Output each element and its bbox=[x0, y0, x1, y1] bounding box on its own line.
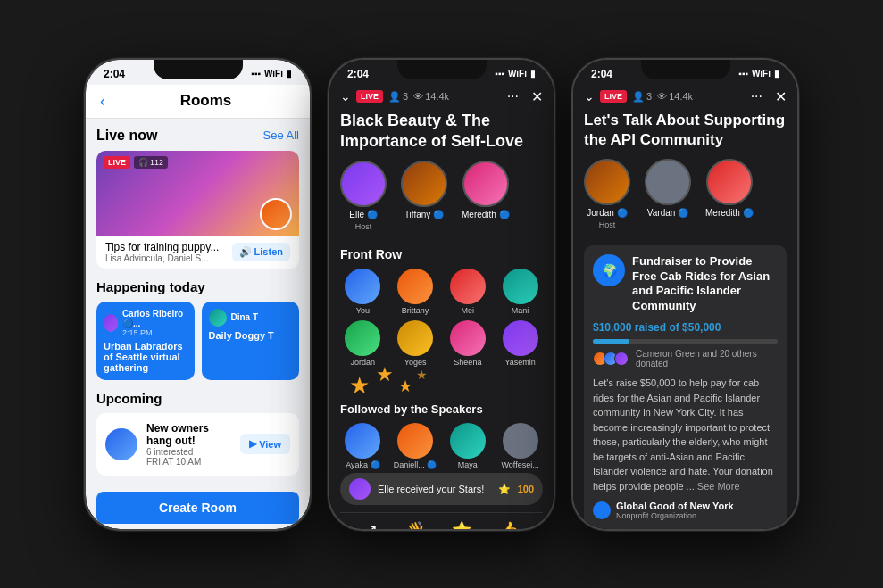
back-button[interactable]: ‹ bbox=[100, 92, 105, 111]
card1-time: 2:15 PM bbox=[122, 328, 187, 337]
speaker-avatar-meredith-3 bbox=[706, 159, 753, 205]
followed-maya: Maya bbox=[446, 423, 491, 469]
viewer-count-total-3: 👁 14.4k bbox=[657, 91, 693, 102]
action-bar-2: ↗ 👋 ⭐ 👍 bbox=[340, 512, 543, 528]
view-button[interactable]: ▶ View bbox=[240, 434, 290, 454]
star-action-icon[interactable]: ⭐ bbox=[452, 520, 471, 528]
phone-rooms: 2:04 ▪▪▪ WiFi ▮ ‹ Rooms Live now See All bbox=[84, 58, 312, 531]
phone-fundraiser: 2:04 ▪▪▪ WiFi ▮ ⌄ LIVE 👤 3 👁 14.4k ··· ✕… bbox=[571, 58, 799, 531]
signal-icon-2: ▪▪▪ bbox=[495, 69, 504, 79]
followed-avatar-maya bbox=[450, 423, 486, 459]
chevron-down-icon[interactable]: ⌄ bbox=[340, 89, 351, 104]
phone2-screen: 2:04 ▪▪▪ WiFi ▮ ⌄ LIVE 👤 3 👁 14.4k ··· ✕… bbox=[329, 60, 554, 529]
happening-card-1[interactable]: Carlos Ribeiro 🔵... 2:15 PM Urban Labrad… bbox=[96, 302, 195, 380]
wifi-icon: WiFi bbox=[264, 69, 283, 79]
followed-avatar-woffese bbox=[503, 423, 538, 459]
card1-title: Urban Labradors of Seattle virtual gathe… bbox=[104, 341, 187, 373]
donor-avatars bbox=[593, 352, 625, 366]
raised-amount: $10,000 raised of $50,000 bbox=[593, 321, 778, 334]
speakers-row: Elle 🔵 Host Tiffany 🔵 Meredith 🔵 bbox=[340, 161, 543, 231]
dots-menu-icon-3[interactable]: ··· bbox=[751, 88, 762, 104]
followed-daniell: Daniell... 🔵 bbox=[393, 423, 438, 469]
close-icon-3[interactable]: ✕ bbox=[775, 88, 787, 105]
viewer-count-people-3: 👤 3 bbox=[632, 91, 652, 103]
listen-label: Listen bbox=[254, 246, 283, 257]
star-big-2: ★ bbox=[376, 363, 394, 386]
notification-bar: Elle received your Stars! ⭐ 100 bbox=[340, 473, 543, 505]
upcoming-info: New owners hang out! 6 interested FRI AT… bbox=[146, 422, 231, 467]
see-more-link[interactable]: See More bbox=[697, 481, 740, 492]
audience-name-jordan: Jordan bbox=[351, 358, 376, 367]
signal-icon-3: ▪▪▪ bbox=[738, 69, 748, 79]
card2-avatar bbox=[209, 309, 227, 327]
room-title: Black Beauty & The Importance of Self-Lo… bbox=[340, 111, 543, 153]
headphone-icon: 🎧 bbox=[138, 158, 148, 167]
like-icon[interactable]: 👍 bbox=[499, 520, 519, 528]
status-bar-1: 2:04 ▪▪▪ WiFi ▮ bbox=[86, 60, 310, 85]
speaker-name-meredith: Meredith 🔵 bbox=[462, 210, 510, 219]
audience-name-yoges: Yoges bbox=[404, 358, 427, 367]
wifi-icon-3: WiFi bbox=[752, 69, 771, 79]
notif-avatar bbox=[349, 478, 371, 500]
time-2: 2:04 bbox=[347, 68, 369, 80]
audience-mani: Mani bbox=[497, 269, 543, 315]
followed-grid: Ayaka 🔵 Daniell... 🔵 Maya Woffesei... bbox=[340, 423, 543, 469]
followed-woffese: Woffesei... bbox=[497, 423, 543, 469]
speaker-name-meredith-3: Meredith 🔵 bbox=[705, 208, 754, 218]
live-text: LIVE bbox=[108, 158, 126, 167]
rooms-title: Rooms bbox=[116, 92, 296, 110]
live-card-image: LIVE 🎧 112 bbox=[96, 151, 299, 236]
live-card[interactable]: LIVE 🎧 112 Tips for training puppy... Li… bbox=[96, 151, 299, 269]
live-card-text: Tips for training puppy... Lisa Advincul… bbox=[105, 241, 219, 263]
create-room-button[interactable]: Create Room bbox=[96, 492, 299, 524]
phone3-header: ⌄ LIVE 👤 3 👁 14.4k ··· ✕ Let's Talk Abou… bbox=[573, 85, 797, 245]
status-bar-2: 2:04 ▪▪▪ WiFi ▮ bbox=[329, 60, 554, 85]
upcoming-title: New owners hang out! bbox=[146, 422, 231, 447]
phone2-header: ⌄ LIVE 👤 3 👁 14.4k ··· ✕ Black Beauty & … bbox=[329, 85, 554, 248]
audience-avatar-brittany bbox=[397, 269, 433, 304]
headphone-count: 🎧 112 bbox=[134, 156, 168, 169]
chevron-down-icon-3[interactable]: ⌄ bbox=[584, 89, 595, 104]
speaker-name-jordan: Jordan 🔵 bbox=[587, 208, 627, 218]
speaker-jordan: Jordan 🔵 Host bbox=[584, 159, 630, 229]
time-1: 2:04 bbox=[104, 68, 125, 80]
upcoming-sub: 6 interested bbox=[146, 447, 231, 457]
phone-live-room: 2:04 ▪▪▪ WiFi ▮ ⌄ LIVE 👤 3 👁 14.4k ··· ✕… bbox=[328, 58, 555, 531]
speaker-meredith-3: Meredith 🔵 bbox=[705, 159, 754, 229]
card1-host: Carlos Ribeiro 🔵... 2:15 PM bbox=[104, 309, 187, 337]
phone1-content: Live now See All LIVE 🎧 112 bbox=[86, 119, 310, 529]
notif-text: Elle received your Stars! bbox=[378, 484, 491, 494]
notif-stars-count: 100 bbox=[518, 484, 534, 494]
audience-yoges: Yoges bbox=[393, 320, 438, 367]
fundraiser-page-title: Let's Talk About Supporting the API Comm… bbox=[584, 111, 787, 150]
audience-name-sheena: Sheena bbox=[454, 358, 481, 367]
happening-card-2[interactable]: Dina T Daily Doggy T bbox=[202, 302, 300, 380]
share-icon[interactable]: ↗ bbox=[364, 520, 378, 528]
speaker-role-elle: Host bbox=[355, 222, 372, 231]
view-label: View bbox=[259, 439, 281, 450]
battery-icon-3: ▮ bbox=[774, 69, 779, 79]
fundraiser-card-header: 🌍 Fundraiser to Provide Free Cab Rides f… bbox=[593, 254, 778, 315]
happening-label: Happening today bbox=[96, 279, 299, 294]
speaker-avatar-meredith bbox=[462, 161, 509, 207]
close-icon[interactable]: ✕ bbox=[531, 88, 543, 105]
audience-avatar-yoges bbox=[397, 320, 433, 356]
speaker-elle: Elle 🔵 Host bbox=[340, 161, 387, 231]
dots-menu-icon[interactable]: ··· bbox=[507, 88, 519, 104]
star-small: ★ bbox=[416, 368, 428, 382]
audience-jordan: Jordan bbox=[340, 320, 386, 367]
speaker-avatar-tiffany bbox=[401, 161, 447, 207]
wave-icon[interactable]: 👋 bbox=[405, 520, 425, 528]
upcoming-item[interactable]: New owners hang out! 6 interested FRI AT… bbox=[96, 413, 299, 476]
see-all-link[interactable]: See All bbox=[263, 128, 299, 142]
speaker-tiffany: Tiffany 🔵 bbox=[401, 161, 447, 231]
listen-button[interactable]: 🔊 Listen bbox=[232, 243, 290, 261]
followed-name-ayaka: Ayaka 🔵 bbox=[346, 460, 379, 469]
live-now-header: Live now See All bbox=[96, 128, 299, 144]
host-avatar-live bbox=[260, 198, 292, 230]
battery-icon-2: ▮ bbox=[530, 69, 536, 79]
live-now-label: Live now bbox=[96, 128, 157, 144]
desc-text: Let's raise $50,000 to help pay for cab … bbox=[593, 377, 773, 492]
status-bar-3: 2:04 ▪▪▪ WiFi ▮ bbox=[573, 60, 797, 85]
viewer-count-people: 👤 3 bbox=[388, 91, 408, 103]
